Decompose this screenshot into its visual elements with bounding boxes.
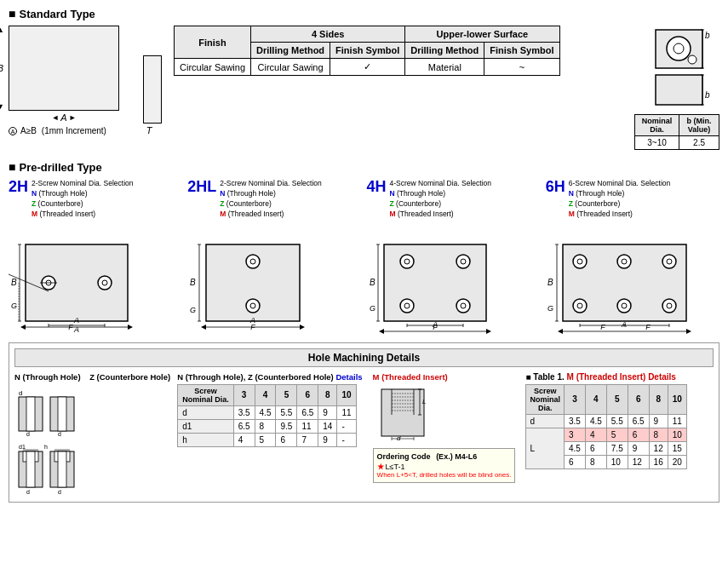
- svg-point-73: [573, 255, 587, 268]
- hm-content: N (Through Hole) Z (Counterbore Hole) d …: [14, 372, 714, 497]
- row-label: Circular Sawing: [175, 59, 251, 76]
- svg-point-55: [400, 299, 414, 313]
- svg-text:A: A: [73, 325, 79, 334]
- standard-type-label: Standard Type: [19, 8, 95, 20]
- type-2hl: 2HL 2-Screw Nominal Dia. Selection N (Th…: [187, 179, 361, 334]
- label-b: B: [0, 63, 3, 73]
- label-t: T: [146, 125, 152, 135]
- svg-point-18: [98, 276, 112, 290]
- svg-text:d: d: [26, 489, 30, 495]
- nz-table: ScrewNominal Dia. 3 4 5 6 8 10 d 3.5: [177, 384, 356, 447]
- type-6h-code: 6H: [546, 179, 565, 194]
- nominal-dia-header: Nominal Dia.: [635, 115, 679, 136]
- m-section-title: M (Threaded Insert): [373, 372, 516, 382]
- label-a: A: [60, 112, 66, 123]
- svg-marker-99: [686, 329, 691, 334]
- z-diagram: d1 h d d: [14, 441, 78, 497]
- type-4h-diagram: B G F A: [367, 223, 503, 334]
- svg-rect-50: [384, 244, 486, 321]
- svg-text:B: B: [11, 278, 17, 287]
- svg-point-57: [456, 299, 470, 313]
- svg-point-79: [573, 299, 587, 313]
- type-4h-desc: 4-Screw Nominal Dia. Selection N (Throug…: [390, 179, 492, 220]
- col4-symbol: ✓: [330, 59, 405, 76]
- svg-text:F: F: [600, 323, 605, 331]
- col-upper-lower: Upper-lower Surface: [405, 26, 559, 43]
- svg-marker-47: [201, 325, 206, 330]
- standard-type-section: ▲ B ▼ ◄ A ► A A≥B (1mm Increment): [9, 26, 719, 150]
- page: Standard Type ▲ B ▼ ◄ A ►: [0, 0, 728, 509]
- svg-marker-98: [558, 329, 563, 334]
- svg-text:b: b: [705, 31, 710, 40]
- type-2hl-header: 2HL 2-Screw Nominal Dia. Selection N (Th…: [187, 179, 322, 220]
- ordering-box: Ordering Code (Ex.) M4-L6 ★ L≤T-1 When L…: [373, 448, 516, 483]
- drilling-method-2: Drilling Method: [405, 43, 484, 59]
- nz-section-title: N (Through Hole), Z (Counterbored Hole) …: [177, 372, 362, 382]
- std-rect-side: [143, 55, 162, 124]
- svg-rect-120: [381, 389, 424, 436]
- svg-rect-104: [26, 397, 35, 431]
- col4-drill: Circular Sawing: [251, 59, 330, 76]
- table1-title: ■ Table 1. M (Threaded Insert) Details: [525, 372, 686, 382]
- nz-table-section: N (Through Hole), Z (Counterbored Hole) …: [177, 372, 362, 447]
- svg-marker-70: [486, 329, 491, 334]
- std-rect-front: [9, 26, 119, 111]
- n-diagram: d d d: [14, 387, 78, 438]
- drilling-method-1: Drilling Method: [251, 43, 330, 59]
- hm-title: Hole Machining Details: [14, 348, 714, 367]
- svg-marker-32: [20, 325, 26, 330]
- type-4h: 4H 4-Screw Nominal Dia. Selection N (Thr…: [367, 179, 541, 334]
- predrilled-type-label: Pre-drilled Type: [19, 161, 101, 174]
- colul-drill: Material: [405, 59, 484, 76]
- svg-marker-33: [128, 325, 133, 330]
- svg-text:d: d: [58, 431, 61, 437]
- col-4sides: 4 Sides: [251, 26, 405, 43]
- svg-text:G: G: [370, 304, 375, 313]
- finish-symbol-1: Finish Symbol: [330, 43, 405, 59]
- svg-text:A: A: [249, 316, 255, 325]
- svg-point-83: [662, 299, 676, 313]
- svg-point-38: [246, 299, 260, 313]
- svg-point-36: [246, 255, 260, 268]
- svg-marker-48: [300, 325, 305, 330]
- type-2h-diagram: B G F A A: [9, 223, 145, 334]
- svg-text:G: G: [11, 302, 17, 310]
- type-6h-desc: 6-Screw Nominal Dia. Selection N (Throug…: [569, 179, 671, 220]
- svg-text:F: F: [645, 323, 651, 331]
- colul-symbol: ~: [484, 59, 559, 76]
- predrilled-types-section: 2H 2-Screw Nominal Dia. Selection N (Thr…: [9, 179, 719, 334]
- svg-marker-69: [379, 329, 384, 334]
- b-min-header: b (Min. Value): [679, 115, 719, 136]
- svg-text:d1: d1: [19, 444, 26, 450]
- svg-text:d: d: [19, 389, 22, 397]
- nominal-table: Nominal Dia. b (Min. Value) 3~10 2.5: [634, 114, 719, 150]
- type-2hl-code: 2HL: [187, 179, 216, 194]
- svg-text:d: d: [397, 434, 401, 442]
- svg-point-3: [688, 55, 696, 64]
- nz-diagram-section: N (Through Hole) Z (Counterbore Hole) d …: [14, 372, 170, 497]
- predrilled-type-header: Pre-drilled Type: [9, 160, 719, 174]
- svg-text:b: b: [705, 90, 710, 100]
- svg-text:B: B: [370, 278, 375, 287]
- svg-text:A: A: [73, 316, 79, 325]
- svg-rect-113: [26, 451, 35, 487]
- type-6h-header: 6H 6-Screw Nominal Dia. Selection N (Thr…: [546, 179, 671, 220]
- std-diagrams: ▲ B ▼ ◄ A ► A A≥B (1mm Increment): [9, 26, 162, 135]
- svg-point-2: [674, 43, 684, 54]
- type-2h-desc: 2-Screw Nominal Dia. Selection N (Throug…: [32, 179, 134, 220]
- table1-section: ■ Table 1. M (Threaded Insert) Details S…: [525, 372, 686, 469]
- type-6h: 6H 6-Screw Nominal Dia. Selection N (Thr…: [546, 179, 719, 334]
- standard-type-header: Standard Type: [9, 7, 719, 20]
- svg-text:G: G: [190, 306, 196, 314]
- right-diagram: b b Nominal Dia. b (Min. Value): [634, 26, 719, 150]
- note-blind: When L+5<T, drilled holes will be blind …: [377, 471, 512, 479]
- type-2h-code: 2H: [9, 179, 28, 194]
- type-2h-header: 2H 2-Screw Nominal Dia. Selection N (Thr…: [9, 179, 134, 220]
- svg-point-51: [400, 255, 414, 268]
- finish-symbol-2: Finish Symbol: [484, 43, 559, 59]
- svg-point-75: [617, 255, 631, 268]
- type-4h-code: 4H: [367, 179, 387, 194]
- svg-text:B: B: [547, 278, 553, 287]
- svg-point-81: [617, 299, 631, 313]
- type-2h: 2H 2-Screw Nominal Dia. Selection N (Thr…: [9, 179, 182, 334]
